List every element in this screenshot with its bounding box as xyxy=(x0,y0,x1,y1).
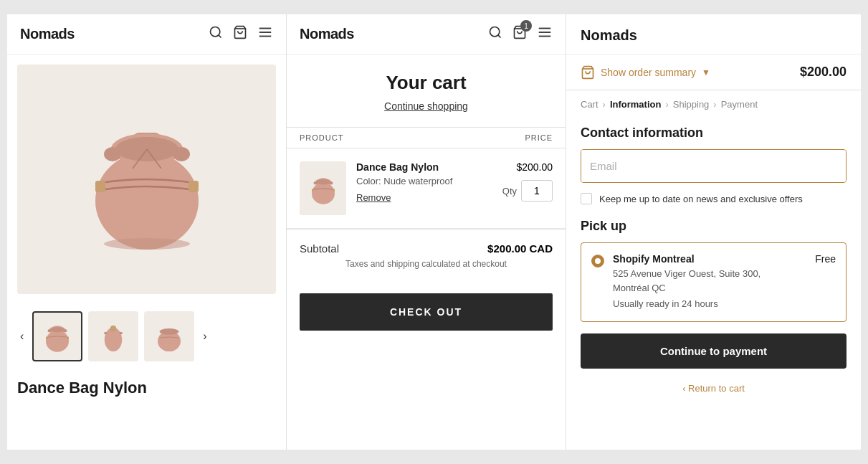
thumbnail-list: ‹ xyxy=(7,304,286,369)
quantity-box: Qty xyxy=(502,180,553,202)
product-title: Dance Bag Nylon xyxy=(7,369,286,397)
svg-point-26 xyxy=(110,326,116,331)
prev-thumb-arrow[interactable]: ‹ xyxy=(17,327,27,346)
breadcrumb-information[interactable]: Information xyxy=(610,99,662,110)
svg-point-40 xyxy=(316,179,330,184)
thumbnail-2[interactable] xyxy=(88,311,138,361)
cart-icon[interactable] xyxy=(233,25,247,43)
svg-point-22 xyxy=(63,329,67,332)
svg-point-21 xyxy=(48,329,52,332)
subtotal-amount: $200.00 CAD xyxy=(487,242,553,255)
newsletter-checkbox[interactable] xyxy=(581,193,592,204)
svg-rect-23 xyxy=(46,336,48,339)
price-header: PRICE xyxy=(525,133,553,142)
newsletter-row: Keep me up to date on news and exclusive… xyxy=(566,193,861,216)
breadcrumb-sep-2: › xyxy=(665,99,668,110)
svg-point-17 xyxy=(46,331,69,352)
chevron-down-icon: ▼ xyxy=(702,67,710,77)
svg-point-30 xyxy=(160,328,179,335)
subtotal-note: Taxes and shipping calculated at checkou… xyxy=(300,259,553,269)
remove-item-link[interactable]: Remove xyxy=(356,192,391,203)
checkout-button[interactable]: CHECK OUT xyxy=(300,293,553,331)
cart-menu-icon[interactable] xyxy=(537,24,553,44)
quantity-input[interactable] xyxy=(521,180,553,202)
subtotal-row: Subtotal $200.00 CAD xyxy=(300,242,553,255)
cart-item-price: $200.00 xyxy=(516,161,553,173)
pickup-name: Shopify Montreal xyxy=(613,253,806,265)
search-icon[interactable] xyxy=(209,25,223,43)
cart-nav-icons: 1 xyxy=(488,24,553,44)
cart-search-icon[interactable] xyxy=(488,25,502,43)
continue-payment-button[interactable]: Continue to payment xyxy=(581,333,846,369)
product-panel: Nomads xyxy=(7,14,287,450)
menu-icon[interactable] xyxy=(257,24,273,44)
breadcrumb-cart[interactable]: Cart xyxy=(581,99,598,110)
email-field[interactable] xyxy=(581,150,846,182)
svg-point-41 xyxy=(313,181,317,184)
svg-point-6 xyxy=(95,152,199,250)
svg-point-11 xyxy=(173,147,190,161)
contact-section-title: Contact information xyxy=(566,118,861,149)
svg-line-32 xyxy=(498,35,501,38)
pickup-radio[interactable] xyxy=(591,255,604,267)
order-summary-toggle[interactable]: Show order summary ▼ xyxy=(581,65,710,80)
pickup-ready: Usually ready in 24 hours xyxy=(613,297,806,311)
pickup-free-label: Free xyxy=(815,253,836,265)
subtotal-label: Subtotal xyxy=(300,242,339,255)
return-to-cart[interactable]: ‹ Return to cart xyxy=(566,377,861,399)
svg-rect-24 xyxy=(67,336,69,339)
product-header: PRODUCT xyxy=(300,133,343,142)
bag-illustration xyxy=(82,100,211,258)
checkout-panel: Nomads Show order summary ▼ $200.00 Cart… xyxy=(566,14,861,450)
product-navbar: Nomads xyxy=(7,14,286,55)
cart-item-color: Color: Nude waterproof xyxy=(356,176,492,186)
cart-subtotal: Subtotal $200.00 CAD Taxes and shipping … xyxy=(287,229,566,282)
radio-inner-dot xyxy=(595,258,601,264)
pickup-section-title: Pick up xyxy=(566,216,861,242)
svg-point-20 xyxy=(51,327,65,333)
breadcrumb: Cart › Information › Shipping › Payment xyxy=(566,90,861,118)
cart-panel: Nomads 1 Your cart Continue shopping PRO… xyxy=(287,14,566,450)
svg-point-31 xyxy=(490,27,500,37)
svg-point-37 xyxy=(312,182,335,204)
svg-point-14 xyxy=(104,238,190,250)
svg-rect-13 xyxy=(189,181,199,192)
svg-point-42 xyxy=(329,181,333,184)
next-thumb-arrow[interactable]: › xyxy=(200,327,209,346)
svg-point-28 xyxy=(120,332,123,335)
cart-count-badge: 1 xyxy=(520,20,532,32)
svg-point-27 xyxy=(104,332,107,335)
cart-table-header: PRODUCT PRICE xyxy=(287,127,566,148)
breadcrumb-sep-3: › xyxy=(713,99,716,110)
pickup-option[interactable]: Shopify Montreal 525 Avenue Viger Ouest,… xyxy=(581,242,846,322)
product-main-image xyxy=(17,65,276,294)
cart-item-right: $200.00 Qty xyxy=(502,161,553,202)
svg-line-1 xyxy=(219,35,221,38)
pickup-address: 525 Avenue Viger Ouest, Suite 300,Montré… xyxy=(613,267,806,295)
thumbnail-3[interactable] xyxy=(144,311,194,361)
order-total: $200.00 xyxy=(800,65,846,80)
breadcrumb-shipping[interactable]: Shipping xyxy=(673,99,710,110)
product-nav-icons xyxy=(209,24,273,44)
order-summary-label: Show order summary xyxy=(601,67,696,78)
cart-summary-icon xyxy=(581,65,595,80)
cart-brand: Nomads xyxy=(300,26,354,42)
pickup-details: Shopify Montreal 525 Avenue Viger Ouest,… xyxy=(613,253,806,311)
cart-item-image xyxy=(300,161,346,215)
breadcrumb-sep-1: › xyxy=(603,99,606,110)
thumbnail-1[interactable] xyxy=(32,311,82,361)
svg-point-10 xyxy=(104,147,121,161)
cart-title: Your cart xyxy=(287,55,566,100)
breadcrumb-payment[interactable]: Payment xyxy=(721,99,758,110)
continue-shopping-link[interactable]: Continue shopping xyxy=(287,100,566,113)
order-summary-bar: Show order summary ▼ $200.00 xyxy=(566,55,861,90)
product-brand: Nomads xyxy=(20,26,75,42)
checkout-brand: Nomads xyxy=(566,14,861,55)
cart-bag-icon[interactable]: 1 xyxy=(512,25,527,43)
svg-rect-44 xyxy=(332,189,334,191)
email-input-wrapper xyxy=(581,149,846,183)
cart-item-name: Dance Bag Nylon xyxy=(356,161,492,173)
svg-rect-43 xyxy=(312,189,314,191)
svg-point-0 xyxy=(211,27,220,37)
cart-item-details: Dance Bag Nylon Color: Nude waterproof R… xyxy=(356,161,492,204)
